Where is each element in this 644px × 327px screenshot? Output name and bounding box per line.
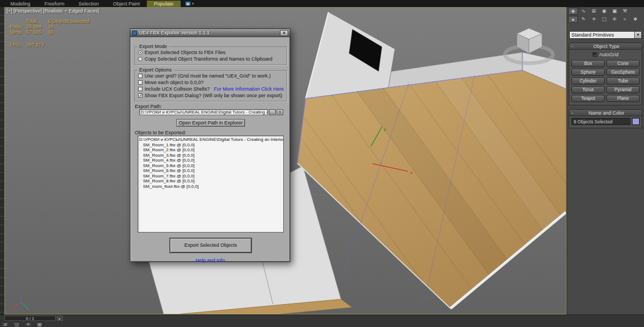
clear-path-button[interactable]: X bbox=[277, 109, 283, 115]
checkbox-use-user-grid[interactable]: Use user grid? (Grid must be named "UE4_… bbox=[138, 73, 287, 79]
box-button[interactable]: Box bbox=[571, 60, 605, 67]
export-object-item[interactable]: SM_Room_5.fbx @ [0,0,0] bbox=[139, 163, 282, 169]
dropdown-value: Standard Primitives bbox=[571, 32, 614, 38]
polys-total: 55 384 bbox=[26, 24, 48, 29]
helpers-icon[interactable]: ✛ bbox=[610, 16, 619, 23]
tube-button[interactable]: Tube bbox=[606, 78, 640, 85]
checkbox-icon bbox=[138, 74, 142, 78]
sphere-button[interactable]: Sphere bbox=[571, 69, 605, 76]
stats-verts-row: Verts: 57 935 65 bbox=[10, 29, 90, 35]
lights-icon[interactable]: ☀ bbox=[589, 16, 599, 23]
hierarchy-tab-icon[interactable]: ⊞ bbox=[589, 8, 599, 15]
checkbox-show-fbx-dialog[interactable]: Show FBX Export Dialog? (Will only be sh… bbox=[138, 93, 287, 98]
ribbon-menubar: Modeling Freeform Selection Object Paint… bbox=[0, 0, 644, 7]
open-export-path-button[interactable]: Open Export Path in Explorer bbox=[176, 119, 245, 127]
left-toolbar-strip[interactable] bbox=[0, 7, 4, 314]
utilities-tab-icon[interactable]: ⚒ bbox=[620, 8, 630, 15]
geometry-icon[interactable]: ● bbox=[568, 16, 578, 23]
primitive-category-dropdown[interactable]: Standard Primitives ▼ bbox=[569, 31, 642, 39]
gizmo-y-label: y bbox=[384, 127, 386, 132]
export-object-item[interactable]: SM_Room_4.fbx @ [0,0,0] bbox=[139, 158, 282, 163]
space-warps-icon[interactable]: ≈ bbox=[620, 16, 630, 23]
browse-path-button[interactable]: ... bbox=[269, 109, 276, 115]
include-ucx-label: Include UCX Collision Shells? bbox=[145, 86, 210, 92]
motion-tab-icon[interactable]: ◉ bbox=[599, 8, 609, 15]
radio-copy-transforms[interactable]: Copy Selected Object Transforms and Name… bbox=[138, 56, 287, 62]
menu-item-object-paint[interactable]: Object Paint bbox=[106, 1, 147, 7]
object-name-field[interactable]: 9 Objects Selected bbox=[571, 118, 630, 125]
coordinates-icon[interactable]: ✛ bbox=[24, 322, 32, 327]
export-object-item[interactable]: SM_Room_1.fbx @ [0,0,0] bbox=[139, 142, 282, 148]
menu-item-modeling[interactable]: Modeling bbox=[3, 1, 38, 7]
dialog-titlebar[interactable]: UE4 FBX Exporter Version 1.1.1 ✕ bbox=[130, 29, 290, 37]
use-user-grid-label: Use user grid? (Grid must be named "UE4_… bbox=[145, 73, 271, 79]
teapot-button[interactable]: Teapot bbox=[571, 95, 605, 102]
fps-label: FPS: bbox=[10, 42, 26, 47]
cone-button[interactable]: Cone bbox=[606, 60, 640, 67]
command-panel-tabs: ✚ ∿ ⊞ ◉ ▣ ⚒ bbox=[567, 7, 644, 15]
export-object-item[interactable]: SM_Room_7.fbx @ [0,0,0] bbox=[139, 174, 282, 179]
checkbox-icon bbox=[138, 80, 142, 85]
menu-item-selection[interactable]: Selection bbox=[71, 1, 106, 7]
grid-settings-icon[interactable]: ▦ bbox=[35, 322, 44, 327]
menu-item-freeform[interactable]: Freeform bbox=[38, 1, 72, 7]
timeline-frame-indicator[interactable]: 0 / 1 bbox=[4, 316, 56, 321]
autogrid-checkbox[interactable] bbox=[593, 52, 597, 57]
shapes-icon[interactable]: ✎ bbox=[579, 16, 588, 23]
radio-export-selected-label: Export Selected Objects to FBX Files bbox=[145, 50, 225, 55]
export-object-item[interactable]: SM_Room_2.fbx @ [0,0,0] bbox=[139, 147, 282, 153]
checkbox-move-to-origin[interactable]: Move each object to 0,0,0? bbox=[138, 80, 287, 85]
object-type-header-label: Object Type bbox=[573, 44, 640, 49]
create-tab-icon[interactable]: ✚ bbox=[568, 8, 578, 15]
ribbon-config-control[interactable]: ▦ ▾ bbox=[185, 1, 194, 6]
command-panel: ✚ ∿ ⊞ ◉ ▣ ⚒ ● ✎ ☀ ▢ ✛ ≈ ❖ Standard Primi… bbox=[567, 7, 644, 314]
autogrid-row[interactable]: AutoGrid bbox=[571, 51, 640, 58]
show-fbx-dialog-label: Show FBX Export Dialog? (Will only be sh… bbox=[145, 93, 282, 98]
name-color-rollout-body: 9 Objects Selected bbox=[569, 116, 642, 128]
close-button[interactable]: ✕ bbox=[280, 30, 288, 36]
export-selected-objects-button[interactable]: Export Selected Objects bbox=[170, 238, 252, 253]
stats-header-row: Total 9 Objects Selected bbox=[10, 19, 90, 24]
name-color-rollout-header[interactable]: - Name and Color bbox=[569, 109, 642, 116]
cameras-icon[interactable]: ▢ bbox=[599, 16, 609, 23]
object-color-swatch[interactable] bbox=[632, 118, 640, 125]
gizmo-x-label: x bbox=[410, 170, 413, 175]
bottom-status-bar: 0 / 1 ▸ ⊞ ◲ ✛ ▦ bbox=[0, 314, 644, 327]
torus-button[interactable]: Torus bbox=[571, 86, 605, 93]
status-bar-icons: ⊞ ◲ ✛ ▦ bbox=[1, 322, 44, 327]
more-information-link[interactable]: For More Information Click Here bbox=[214, 86, 284, 92]
isolate-selection-icon[interactable]: ⊞ bbox=[1, 322, 9, 327]
help-and-info-link[interactable]: Help and Info bbox=[130, 258, 290, 263]
objects-listbox[interactable]: D:\УРОКИ и КУРСЫ\UNREAL ENGINE\Digital T… bbox=[138, 135, 284, 233]
display-tab-icon[interactable]: ▣ bbox=[610, 8, 619, 15]
object-type-rollout-header[interactable]: - Object Type bbox=[569, 43, 642, 50]
cylinder-button[interactable]: Cylinder bbox=[571, 78, 605, 85]
checkbox-include-ucx[interactable]: Include UCX Collision Shells? For More I… bbox=[138, 86, 287, 92]
export-object-item[interactable]: SM_Room_3.fbx @ [0,0,0] bbox=[139, 153, 282, 158]
timeline-next-button[interactable]: ▸ bbox=[57, 316, 63, 321]
modify-tab-icon[interactable]: ∿ bbox=[579, 8, 588, 15]
export-path-label: Export Path: bbox=[135, 104, 162, 109]
create-subtype-tabs: ● ✎ ☀ ▢ ✛ ≈ ❖ bbox=[567, 15, 644, 23]
export-path-input[interactable]: D:\УРОКИ и КУРСЫ\UNREAL ENGINE\Digital T… bbox=[139, 109, 268, 115]
export-object-item[interactable]: SM_room_floor.fbx @ [0,0,0] bbox=[139, 184, 282, 189]
verts-label: Verts: bbox=[10, 29, 26, 35]
window-wall-object[interactable] bbox=[306, 12, 395, 98]
stats-selected-label: 9 Objects Selected bbox=[48, 19, 90, 24]
export-mode-group: Export Mode Export Selected Objects to F… bbox=[134, 46, 287, 65]
objects-list-header: D:\УРОКИ и КУРСЫ\UNREAL ENGINE\Digital T… bbox=[139, 137, 282, 142]
export-object-item[interactable]: SM_Room_8.fbx @ [0,0,0] bbox=[139, 179, 282, 184]
radio-export-selected[interactable]: Export Selected Objects to FBX Files bbox=[138, 50, 287, 55]
autogrid-label: AutoGrid bbox=[599, 52, 619, 57]
export-object-item[interactable]: SM_Room_6.fbx @ [0,0,0] bbox=[139, 168, 282, 174]
systems-icon[interactable]: ❖ bbox=[630, 16, 640, 23]
menu-item-populate[interactable]: Populate bbox=[147, 1, 181, 7]
viewport-label[interactable]: [+] [Perspective] [Realistic + Edged Fac… bbox=[7, 8, 99, 14]
stats-fps-row: FPS: 297,673 bbox=[10, 42, 90, 47]
geosphere-button[interactable]: GeoSphere bbox=[606, 69, 640, 76]
selection-lock-icon[interactable]: ◲ bbox=[13, 322, 21, 327]
dialog-body: Export Mode Export Selected Objects to F… bbox=[130, 37, 290, 262]
world-axis-tripod bbox=[13, 295, 29, 310]
pyramid-button[interactable]: Pyramid bbox=[606, 86, 640, 93]
plane-button[interactable]: Plane bbox=[606, 95, 640, 102]
